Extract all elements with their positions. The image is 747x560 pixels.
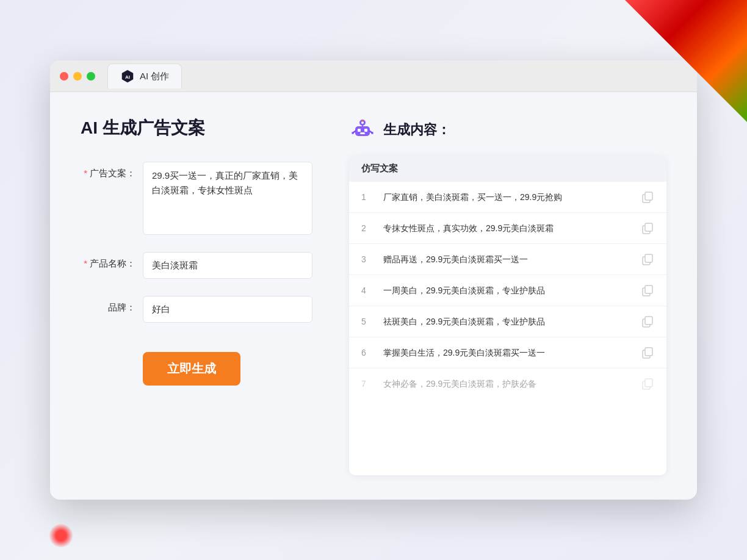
row-text: 祛斑美白，29.9元美白淡斑霜，专业护肤品 xyxy=(383,315,631,328)
product-name-label: *产品名称： xyxy=(81,252,135,270)
left-panel: AI 生成广告文案 *广告文案： 29.9买一送一，真正的厂家直销，美白淡斑霜，… xyxy=(81,117,312,475)
ad-text-label: *广告文案： xyxy=(81,162,135,179)
row-text: 厂家直销，美白淡斑霜，买一送一，29.9元抢购 xyxy=(383,191,631,204)
result-header: 生成内容： xyxy=(349,117,666,143)
product-name-field: *产品名称： xyxy=(81,252,312,279)
close-button[interactable] xyxy=(60,72,68,81)
row-text: 赠品再送，29.9元美白淡斑霜买一送一 xyxy=(383,253,631,266)
row-number: 6 xyxy=(361,348,374,357)
row-text: 专抹女性斑点，真实功效，29.9元美白淡斑霜 xyxy=(383,222,631,235)
row-number: 1 xyxy=(361,192,374,202)
brand-input[interactable] xyxy=(143,296,312,323)
ai-hex-icon: AI xyxy=(120,69,135,84)
copy-icon[interactable] xyxy=(641,190,654,204)
brand-field: 品牌： xyxy=(81,296,312,323)
svg-rect-19 xyxy=(645,254,652,262)
svg-rect-15 xyxy=(645,192,652,200)
svg-rect-17 xyxy=(645,223,652,231)
table-header: 仿写文案 xyxy=(349,156,666,182)
svg-point-12 xyxy=(371,132,374,134)
svg-point-13 xyxy=(362,120,364,122)
tab-label: AI 创作 xyxy=(140,71,169,82)
product-name-input[interactable] xyxy=(143,252,312,279)
svg-rect-3 xyxy=(355,126,370,136)
row-text: 女神必备，29.9元美白淡斑霜，护肤必备 xyxy=(383,378,631,390)
page-title: AI 生成广告文案 xyxy=(81,117,312,140)
copy-icon[interactable] xyxy=(641,346,654,359)
minimize-button[interactable] xyxy=(73,72,82,81)
svg-rect-27 xyxy=(645,379,652,387)
row-number: 2 xyxy=(361,223,374,233)
result-row: 1 厂家直销，美白淡斑霜，买一送一，29.9元抢购 xyxy=(349,182,666,213)
result-row: 7 女神必备，29.9元美白淡斑霜，护肤必备 xyxy=(349,368,666,399)
result-row: 5 祛斑美白，29.9元美白淡斑霜，专业护肤品 xyxy=(349,306,666,337)
copy-icon[interactable] xyxy=(641,253,654,266)
copy-icon[interactable] xyxy=(641,315,654,328)
svg-rect-6 xyxy=(360,132,365,134)
browser-window: AI AI 创作 AI 生成广告文案 *广告文案： 29.9买一送一，真正的厂家… xyxy=(50,60,697,500)
result-row: 6 掌握美白生活，29.9元美白淡斑霜买一送一 xyxy=(349,337,666,368)
maximize-button[interactable] xyxy=(87,72,95,81)
main-content: AI 生成广告文案 *广告文案： 29.9买一送一，真正的厂家直销，美白淡斑霜，… xyxy=(50,92,697,500)
copy-icon[interactable] xyxy=(641,377,654,390)
svg-rect-5 xyxy=(364,129,367,132)
row-number: 5 xyxy=(361,317,374,326)
row-text: 掌握美白生活，29.9元美白淡斑霜买一送一 xyxy=(383,346,631,359)
copy-icon[interactable] xyxy=(641,284,654,297)
title-bar: AI AI 创作 xyxy=(50,60,697,92)
generate-button[interactable]: 立即生成 xyxy=(143,352,240,386)
svg-text:AI: AI xyxy=(125,74,130,80)
row-number: 3 xyxy=(361,254,374,264)
brand-label: 品牌： xyxy=(81,296,135,314)
required-star-1: * xyxy=(84,168,87,178)
robot-icon xyxy=(349,117,376,143)
ai-creation-tab[interactable]: AI AI 创作 xyxy=(107,63,182,88)
result-row: 2 专抹女性斑点，真实功效，29.9元美白淡斑霜 xyxy=(349,213,666,244)
copy-icon[interactable] xyxy=(641,221,654,235)
row-text: 一周美白，29.9元美白淡斑霜，专业护肤品 xyxy=(383,284,631,297)
required-star-2: * xyxy=(84,258,87,268)
ad-text-field: *广告文案： 29.9买一送一，真正的厂家直销，美白淡斑霜，专抹女性斑点 xyxy=(81,162,312,235)
row-number: 4 xyxy=(361,285,374,295)
svg-rect-4 xyxy=(358,129,361,132)
result-rows-container: 1 厂家直销，美白淡斑霜，买一送一，29.9元抢购 2 专抹女性斑点，真实功效，… xyxy=(349,182,666,399)
result-row: 3 赠品再送，29.9元美白淡斑霜买一送一 xyxy=(349,244,666,275)
result-row: 4 一周美白，29.9元美白淡斑霜，专业护肤品 xyxy=(349,275,666,306)
svg-point-11 xyxy=(352,132,354,134)
svg-rect-25 xyxy=(645,348,652,356)
svg-point-8 xyxy=(361,121,364,124)
result-title: 生成内容： xyxy=(383,121,450,139)
row-number: 7 xyxy=(361,379,374,389)
traffic-lights xyxy=(60,72,95,81)
ad-text-input[interactable]: 29.9买一送一，真正的厂家直销，美白淡斑霜，专抹女性斑点 xyxy=(143,162,312,235)
svg-rect-23 xyxy=(645,317,652,325)
right-panel: 生成内容： 仿写文案 1 厂家直销，美白淡斑霜，买一送一，29.9元抢购 2 专… xyxy=(349,117,666,475)
result-table: 仿写文案 1 厂家直销，美白淡斑霜，买一送一，29.9元抢购 2 专抹女性斑点，… xyxy=(349,156,666,475)
svg-rect-21 xyxy=(645,285,652,293)
